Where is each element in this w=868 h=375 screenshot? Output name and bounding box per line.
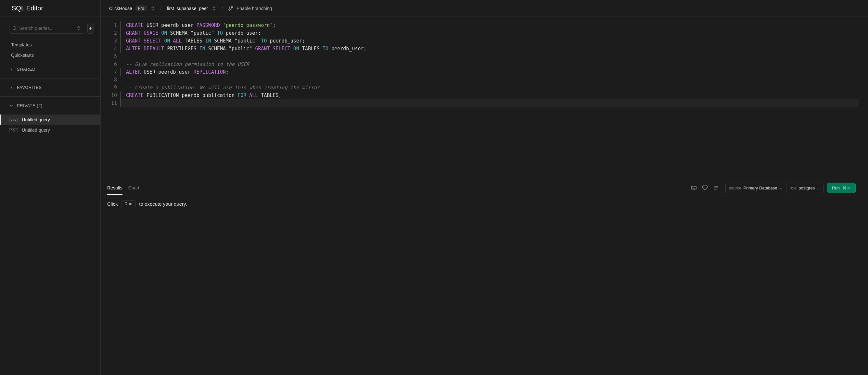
code-token: GRANT [126,30,141,36]
new-query-button[interactable] [87,23,94,34]
code-line[interactable]: ALTER DEFAULT PRIVILEGES IN SCHEMA "publ… [120,45,859,53]
code-token: TO [217,30,223,36]
breadcrumb-separator: / [220,6,225,11]
code-token: CREATE [126,93,144,98]
source-selector-label: source [729,185,742,191]
run-button[interactable]: Run ⌘ ↵ [827,183,856,193]
chevron-up-down-icon[interactable] [211,6,216,11]
code-token: ON [293,46,299,52]
tab-chart[interactable]: Chart [128,181,140,195]
breadcrumb-org[interactable]: ClickHouse [109,6,132,11]
breadcrumb-separator: / [158,6,164,11]
code-token: USAGE [144,30,158,36]
enable-branching-label: Enable branching [237,6,272,11]
search-icon [12,26,17,31]
code-token: ALL [173,38,182,44]
chevron-right-icon [9,85,13,90]
code-line[interactable] [120,99,859,107]
chevron-down-icon: ⌄ [779,185,783,191]
code-token: SCHEMA "public" [205,46,255,52]
favorite-icon-button[interactable] [700,182,710,193]
run-button-label: Run [832,185,840,191]
chevron-up-down-icon[interactable] [150,6,155,11]
code-line[interactable]: GRANT USAGE ON SCHEMA "public" TO peerdb… [120,29,859,37]
code-token: CREATE [126,22,144,28]
section-favorites[interactable]: FAVORITES [0,78,100,97]
results-bar: Results Chart source Primary Database ⌄ … [101,180,859,196]
code-token: PASSWORD [196,22,220,28]
code-line[interactable]: GRANT SELECT ON ALL TABLES IN SCHEMA "pu… [120,37,859,45]
code-token: USER peerdb_user [144,22,196,28]
code-token: REPLICATION [194,69,226,75]
plus-icon [88,26,93,31]
code-token [290,46,293,52]
source-selector[interactable]: source Primary Database ⌄ [725,183,786,193]
section-shared[interactable]: SHARED [0,60,100,78]
query-item[interactable]: SQLUntitled query [0,125,100,135]
heart-icon [702,185,708,191]
plan-badge: Pro [135,5,147,11]
code-token: ALTER [126,46,141,52]
code-line[interactable]: ALTER USER peerdb_user REPLICATION; [120,68,859,76]
code-token: TO [322,46,329,52]
sql-badge-icon: SQL [9,128,18,132]
breadcrumb: ClickHouse Pro / first_supabase_peer / E… [109,5,272,11]
code-token [141,46,144,52]
results-hint-suffix: to execute your query. [139,201,187,207]
line-number: 3 [101,37,117,45]
search-input[interactable] [17,26,76,31]
sql-badge-icon: SQL [9,118,18,122]
svg-line-1 [16,29,17,30]
code-line[interactable]: -- Give replication permission to the US… [120,60,859,68]
query-item[interactable]: SQLUntitled query [0,114,100,125]
nav-templates[interactable]: Templates [0,40,100,50]
svg-point-0 [13,27,16,30]
code-token [246,93,249,98]
code-token: IN [199,46,205,52]
line-number: 2 [101,29,117,37]
code-line[interactable] [120,76,859,84]
code-line[interactable]: CREATE USER peerdb_user PASSWORD 'peerdb… [120,22,859,29]
editor-area: 1234567891011 CREATE USER peerdb_user PA… [101,17,859,180]
line-number-gutter: 1234567891011 [101,17,120,180]
source-selector-value: Primary Database [744,185,777,191]
wrap-icon-button[interactable] [710,182,721,193]
code-token: peerdb_user; [329,46,366,52]
chevron-up-down-icon [76,26,81,31]
enable-branching-button[interactable]: Enable branching [228,6,272,11]
line-number: 11 [101,99,117,107]
results-tabs: Results Chart [104,181,140,195]
code-token: SELECT [144,38,161,44]
code-token [270,46,273,52]
role-selector-value: postgres [799,185,815,191]
code-token: ALTER [126,69,141,75]
search-box[interactable] [9,23,84,34]
code-line[interactable] [120,53,859,60]
section-favorites-label: FAVORITES [17,85,42,90]
code-token: TO [261,38,267,44]
code-token: TABLES; [258,93,281,98]
nav-quickstarts[interactable]: Quickstarts [0,50,100,60]
chevron-right-icon [9,67,13,72]
search-row [0,17,100,40]
line-number: 9 [101,84,117,92]
keyboard-icon-button[interactable] [688,182,700,193]
topbar: ClickHouse Pro / first_supabase_peer / E… [101,0,859,17]
code-token: TABLES [299,46,322,52]
line-number: 1 [101,22,117,29]
keyboard-icon [691,185,697,191]
breadcrumb-project[interactable]: first_supabase_peer [167,6,208,11]
section-private[interactable]: PRIVATE (2) [0,97,100,114]
results-placeholder: Click Run to execute your query. [101,196,859,212]
code-token: -- Create a publication. We will use thi… [126,85,320,91]
tab-results[interactable]: Results [107,181,122,195]
results-hint-prefix: Click [107,201,118,207]
svg-rect-7 [691,186,696,190]
code-line[interactable]: -- Create a publication. We will use thi… [120,84,859,92]
code-token: USER peerdb_user [141,69,194,75]
right-rail [859,0,868,375]
code-line[interactable]: CREATE PUBLICATION peerdb_publication FO… [120,92,859,99]
line-number: 6 [101,60,117,68]
role-selector[interactable]: role postgres ⌄ [786,183,824,193]
code-editor[interactable]: CREATE USER peerdb_user PASSWORD 'peerdb… [120,17,859,180]
